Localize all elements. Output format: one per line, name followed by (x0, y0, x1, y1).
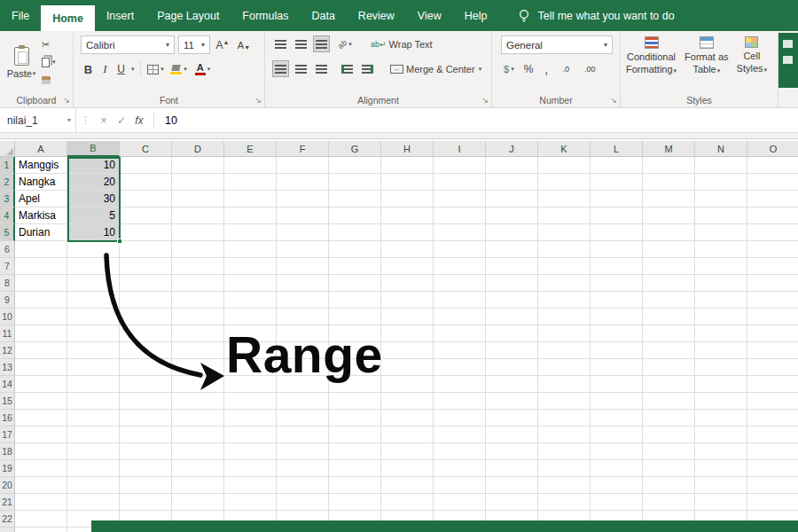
cell-G9[interactable] (329, 292, 381, 309)
cell-L4[interactable] (591, 207, 643, 224)
cell-F3[interactable] (277, 191, 329, 207)
cell-G10[interactable] (329, 309, 381, 325)
decrease-indent-button[interactable] (339, 60, 356, 77)
cell-D9[interactable] (172, 292, 224, 309)
cell-K18[interactable] (538, 443, 591, 460)
cell-C5[interactable] (120, 224, 172, 241)
cell-H5[interactable] (381, 224, 434, 241)
cell-I2[interactable] (434, 174, 486, 191)
cell-I4[interactable] (434, 207, 486, 224)
bold-button[interactable]: B (81, 60, 96, 78)
middle-align-button[interactable] (293, 35, 309, 52)
row-header-19[interactable]: 19 (0, 460, 15, 477)
cell-K16[interactable] (538, 410, 591, 426)
accounting-format-button[interactable]: $ ▾ (501, 60, 517, 77)
row-header-6[interactable]: 6 (0, 241, 15, 258)
cell-C3[interactable] (120, 191, 172, 207)
wrap-text-button[interactable]: ab↵ Wrap Text (367, 35, 436, 52)
cell-C1[interactable] (120, 157, 172, 174)
cell-G5[interactable] (329, 224, 381, 241)
cell-H3[interactable] (381, 191, 434, 207)
cell-F1[interactable] (277, 157, 329, 174)
cell-E2[interactable] (224, 174, 277, 191)
orientation-button[interactable]: ab▾ (333, 35, 356, 52)
column-header-G[interactable]: G (329, 141, 381, 157)
cell-O10[interactable] (747, 309, 798, 325)
cell-B18[interactable] (67, 443, 120, 460)
cell-B17[interactable] (67, 426, 120, 443)
row-header-7[interactable]: 7 (0, 258, 15, 275)
cell-I14[interactable] (434, 376, 486, 393)
fill-color-button[interactable]: ▾ (168, 60, 190, 78)
cell-O4[interactable] (747, 207, 798, 224)
cell-E10[interactable] (224, 309, 277, 325)
cell-O12[interactable] (747, 342, 798, 359)
cell-K7[interactable] (538, 258, 591, 275)
cell-B15[interactable] (67, 393, 120, 410)
cell-M3[interactable] (643, 191, 695, 207)
font-name-combo[interactable]: Calibri▾ (81, 35, 175, 54)
cell-K13[interactable] (538, 359, 591, 376)
cell-O13[interactable] (747, 359, 798, 376)
cell-L3[interactable] (591, 191, 643, 207)
format-as-table-button[interactable]: Format as Table▾ (685, 36, 729, 76)
align-right-button[interactable] (313, 60, 330, 77)
cell-D12[interactable] (172, 342, 224, 359)
cell-J13[interactable] (486, 359, 538, 376)
select-all-corner[interactable] (0, 141, 15, 157)
column-header-H[interactable]: H (381, 141, 434, 157)
cell-C18[interactable] (120, 443, 172, 460)
row-header-5[interactable]: 5 (0, 224, 15, 241)
cell-A17[interactable] (15, 426, 67, 443)
confirm-entry-button[interactable]: ✓ (113, 114, 130, 127)
cell-I11[interactable] (434, 325, 486, 342)
column-header-D[interactable]: D (172, 141, 224, 157)
cell-F6[interactable] (277, 241, 329, 258)
cell-C12[interactable] (120, 342, 172, 359)
cell-A15[interactable] (15, 393, 67, 410)
cell-N4[interactable] (695, 207, 747, 224)
cell-G16[interactable] (329, 410, 381, 426)
row-header-14[interactable]: 14 (0, 376, 15, 393)
cut-button[interactable]: ✂ (39, 36, 62, 52)
cell-G7[interactable] (329, 258, 381, 275)
cell-F19[interactable] (277, 460, 329, 477)
cell-N10[interactable] (695, 309, 747, 325)
cell-A11[interactable] (15, 325, 67, 342)
cell-D14[interactable] (172, 376, 224, 393)
cell-O15[interactable] (747, 393, 798, 410)
cell-F10[interactable] (277, 309, 329, 325)
cell-H14[interactable] (381, 376, 434, 393)
cell-B1[interactable]: 10 (67, 157, 120, 174)
cell-O3[interactable] (747, 191, 798, 207)
cell-B12[interactable] (67, 342, 120, 359)
cell-C4[interactable] (120, 207, 172, 224)
cell-J20[interactable] (486, 477, 538, 494)
row-header-2[interactable]: 2 (0, 174, 15, 191)
chevron-down-icon[interactable]: ▾ (131, 66, 135, 73)
alignment-dialog-launcher-icon[interactable]: ↘ (481, 96, 489, 105)
cell-N17[interactable] (695, 426, 747, 443)
cell-J9[interactable] (486, 292, 538, 309)
cell-N5[interactable] (695, 224, 747, 241)
cell-A19[interactable] (15, 460, 67, 477)
cell-I13[interactable] (434, 359, 486, 376)
cell-B19[interactable] (67, 460, 120, 477)
cell-N11[interactable] (695, 325, 747, 342)
cell-E21[interactable] (224, 494, 277, 511)
cell-D15[interactable] (172, 393, 224, 410)
cell-C16[interactable] (120, 410, 172, 426)
cell-G1[interactable] (329, 157, 381, 174)
increase-font-size-button[interactable]: A▲ (214, 36, 231, 54)
cell-M4[interactable] (643, 207, 695, 224)
cell-E19[interactable] (224, 460, 277, 477)
cell-M12[interactable] (643, 342, 695, 359)
column-header-C[interactable]: C (120, 141, 172, 157)
cell-I3[interactable] (434, 191, 486, 207)
cell-M11[interactable] (643, 325, 695, 342)
menu-tab-formulas[interactable]: Formulas (231, 0, 300, 31)
cell-E15[interactable] (224, 393, 277, 410)
cell-N19[interactable] (695, 460, 747, 477)
cell-O7[interactable] (747, 258, 798, 275)
cell-O16[interactable] (747, 410, 798, 426)
